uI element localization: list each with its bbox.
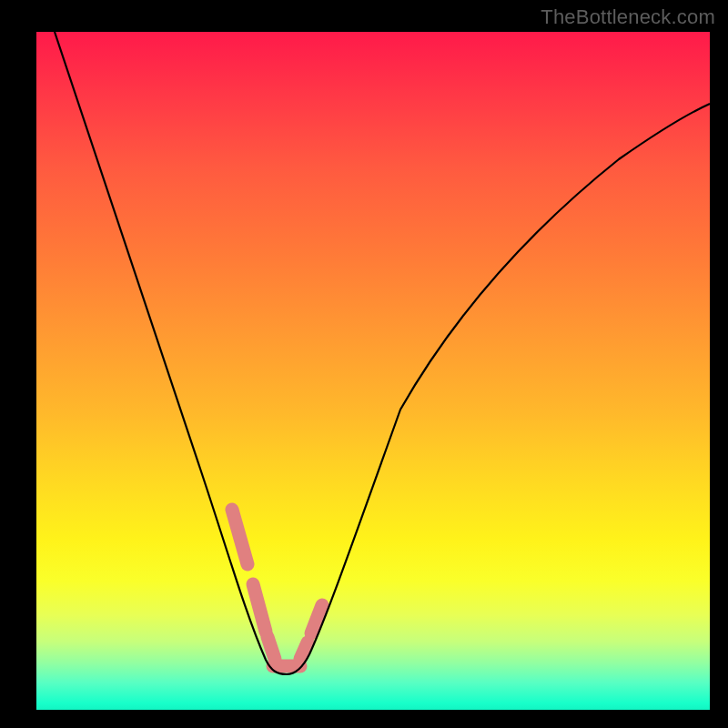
svg-line-5 — [311, 605, 322, 633]
chart-frame: TheBottleneck.com — [0, 0, 728, 728]
svg-line-2 — [268, 637, 275, 659]
bottleneck-curve — [55, 32, 710, 674]
watermark-text: TheBottleneck.com — [541, 5, 715, 29]
svg-line-1 — [253, 584, 266, 632]
svg-line-4 — [300, 642, 308, 659]
curve-layer — [36, 32, 710, 710]
highlight-markers — [232, 510, 322, 666]
svg-line-0 — [232, 510, 248, 564]
plot-area — [36, 32, 710, 710]
